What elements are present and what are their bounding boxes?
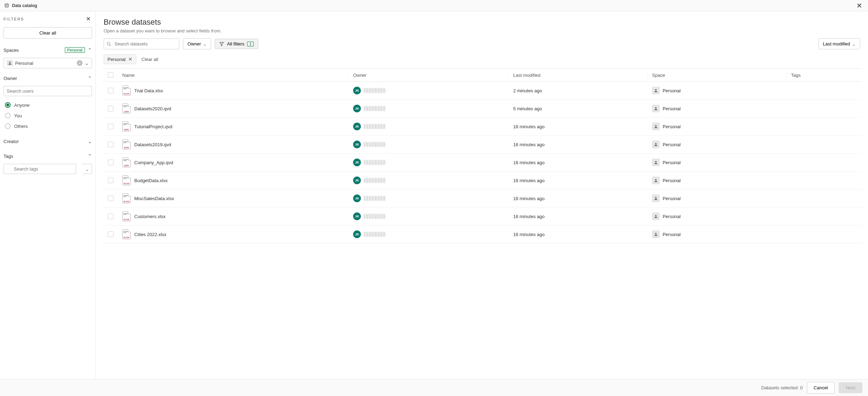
owner-avatar: JK [353,105,361,112]
table-row[interactable]: QVD Datasets2020.qvd JK 5 minutes ago Pe… [102,100,862,118]
chevron-up-icon: ⌃ [88,75,92,81]
col-space-header[interactable]: Space [647,73,786,78]
row-checkbox[interactable] [108,178,113,183]
close-filters-icon[interactable]: ✕ [85,16,92,22]
owner-name-redacted [364,160,386,165]
row-checkbox[interactable] [108,214,113,219]
space-selector[interactable]: Personal ✕ ⌃ [4,58,92,68]
tags-dropdown-button[interactable]: ⌃ [82,164,92,174]
search-datasets-input[interactable] [104,38,179,49]
modified-label: 16 minutes ago [509,214,648,219]
svg-point-10 [655,143,657,144]
file-name: BudgetData.xlsx [134,178,168,183]
cancel-button[interactable]: Cancel [807,382,835,394]
svg-point-14 [655,215,657,216]
svg-point-7 [655,89,657,91]
row-checkbox[interactable] [108,142,113,147]
table-row[interactable]: QVD TutorialProject.qvd JK 16 minutes ag… [102,118,862,136]
svg-point-9 [655,125,657,126]
creator-title: Creator [4,139,19,144]
owner-name-redacted [364,232,386,237]
owner-avatar: JK [353,159,361,166]
file-ext-label: XLSX [123,93,130,95]
selected-count-label: Datasets selected: 0 [761,385,803,390]
owner-avatar: JK [353,87,361,94]
table-row[interactable]: XLSX MiscSalesData.xlsx JK 16 minutes ag… [102,190,862,208]
owner-name-redacted [364,142,386,147]
sort-button[interactable]: Last modified ⌃ [818,38,860,49]
person-icon [652,123,660,130]
space-label: Personal [663,106,681,111]
person-icon [652,87,660,94]
radio-label: Anyone [14,103,30,108]
table-row[interactable]: XLSX Customers.xlsx JK 16 minutes ago Pe… [102,208,862,225]
file-ext-label: XLSX [123,218,130,221]
tags-header[interactable]: Tags ⌃ [4,151,92,161]
table-header: Name Owner Last modified Space Tags [102,68,862,82]
space-label: Personal [663,232,681,237]
col-owner-header[interactable]: Owner [349,73,509,78]
row-checkbox[interactable] [108,124,113,129]
file-ext-label: QVD [123,129,130,131]
svg-marker-6 [220,42,224,46]
col-name-header[interactable]: Name [119,73,349,78]
space-label: Personal [663,178,681,183]
file-ext-label: XLSX [123,200,130,203]
table-row[interactable]: QVD Datasets2019.qvd JK 16 minutes ago P… [102,136,862,154]
chevron-up-icon: ⌃ [88,47,92,53]
clear-all-button[interactable]: Clear all [4,27,92,39]
owner-search-input[interactable] [4,86,92,96]
file-name: Trial Data.xlsx [134,88,163,93]
close-icon[interactable]: ✕ [855,1,864,10]
file-name: Datasets2020.qvd [134,106,171,111]
person-icon [652,212,660,220]
row-checkbox[interactable] [108,106,113,111]
owner-filter-button[interactable]: Owner ⌃ [183,38,211,49]
owner-radio-others[interactable]: Others [4,121,92,131]
col-modified-header[interactable]: Last modified [509,73,647,78]
owner-name-redacted [364,214,386,219]
col-tags-header[interactable]: Tags [786,73,862,78]
svg-point-4 [107,42,110,45]
clear-space-icon[interactable]: ✕ [77,60,82,66]
spaces-header[interactable]: Spaces Personal ⌃ [4,45,92,55]
row-checkbox[interactable] [108,160,113,165]
space-label: Personal [663,124,681,129]
file-icon: XLSX [122,229,131,239]
space-label: Personal [663,88,681,93]
page-title: Browse datasets [104,18,860,27]
spaces-title: Spaces [4,48,19,53]
creator-header[interactable]: Creator ⌃ [4,136,92,146]
modified-label: 16 minutes ago [509,196,648,201]
row-checkbox[interactable] [108,196,113,201]
row-checkbox[interactable] [108,231,113,237]
table-row[interactable]: XLSX BudgetData.xlsx JK 16 minutes ago P… [102,172,862,190]
file-name: Company_App.qvd [134,160,173,165]
owner-radio-anyone[interactable]: Anyone [4,100,92,110]
svg-point-13 [655,197,657,198]
owner-avatar: JK [353,212,361,220]
modified-label: 16 minutes ago [509,142,648,147]
owner-radio-you[interactable]: You [4,110,92,121]
chevron-down-icon: ⌃ [85,167,89,172]
catalog-icon [4,3,9,8]
tags-search-input[interactable] [4,164,76,174]
creator-section: Creator ⌃ [4,136,92,146]
modified-label: 16 minutes ago [509,232,648,237]
remove-filter-icon[interactable]: ✕ [128,56,133,62]
select-all-checkbox[interactable] [108,72,113,78]
row-checkbox[interactable] [108,88,113,93]
modified-label: 16 minutes ago [509,178,648,183]
filters-sidebar: FILTERS ✕ Clear all Spaces Personal ⌃ Pe… [0,11,96,379]
active-filter-chip: Personal ✕ [104,54,136,64]
table-row[interactable]: XLSX Cities 2022.xlsx JK 16 minutes ago … [102,225,862,243]
owner-section: Owner ⌃ AnyoneYouOthers [4,73,92,131]
owner-header[interactable]: Owner ⌃ [4,73,92,83]
all-filters-button[interactable]: All filters 1 [215,39,258,49]
svg-point-15 [655,233,657,234]
clear-all-filters-link[interactable]: Clear all [141,57,158,62]
chevron-down-icon: ⌃ [88,138,92,144]
table-row[interactable]: XLSX Trial Data.xlsx JK 2 minutes ago Pe… [102,82,862,100]
file-icon: XLSX [122,211,131,221]
table-row[interactable]: QVD Company_App.qvd JK 16 minutes ago Pe… [102,154,862,172]
